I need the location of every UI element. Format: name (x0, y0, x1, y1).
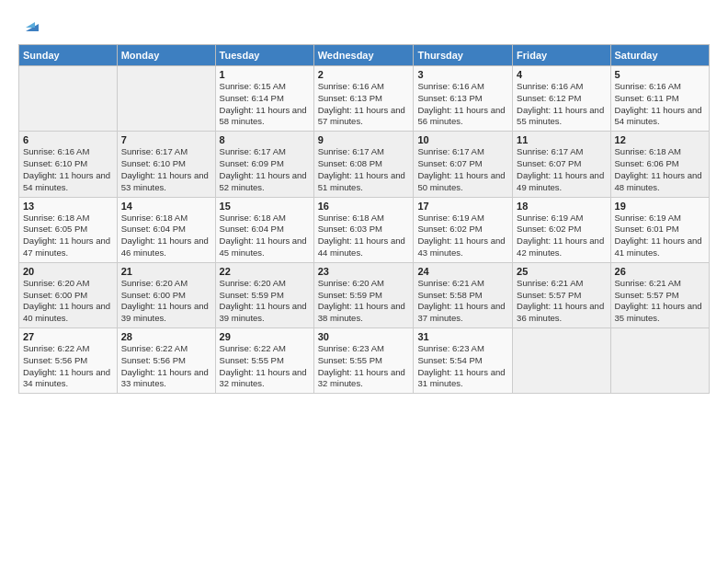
day-number: 2 (318, 69, 410, 80)
weekday-header-wednesday: Wednesday (313, 45, 414, 66)
day-number: 19 (615, 201, 705, 212)
calendar-cell (610, 328, 709, 394)
day-number: 14 (121, 201, 211, 212)
weekday-header-tuesday: Tuesday (215, 45, 313, 66)
day-info: Sunrise: 6:18 AMSunset: 6:04 PMDaylight:… (121, 213, 211, 259)
day-info: Sunrise: 6:22 AMSunset: 5:56 PMDaylight:… (23, 343, 113, 390)
day-info: Sunrise: 6:16 AMSunset: 6:13 PMDaylight:… (417, 81, 508, 128)
day-number: 23 (318, 266, 410, 277)
day-number: 22 (220, 266, 310, 277)
day-info: Sunrise: 6:18 AMSunset: 6:05 PMDaylight:… (23, 213, 113, 259)
logo-icon (22, 15, 42, 35)
day-number: 28 (121, 331, 211, 342)
day-number: 3 (417, 69, 508, 80)
day-number: 11 (517, 134, 606, 145)
calendar-cell: 12Sunrise: 6:18 AMSunset: 6:06 PMDayligh… (610, 132, 709, 197)
calendar-cell: 23Sunrise: 6:20 AMSunset: 5:59 PMDayligh… (313, 262, 414, 327)
day-number: 8 (220, 134, 310, 145)
weekday-header-sunday: Sunday (19, 45, 118, 66)
calendar-cell: 4Sunrise: 6:16 AMSunset: 6:12 PMDaylight… (513, 66, 610, 132)
calendar-cell (117, 66, 215, 132)
calendar: SundayMondayTuesdayWednesdayThursdayFrid… (18, 44, 710, 394)
weekday-header-friday: Friday (513, 45, 610, 66)
week-row-2: 13Sunrise: 6:18 AMSunset: 6:05 PMDayligh… (19, 197, 710, 262)
day-info: Sunrise: 6:17 AMSunset: 6:09 PMDaylight:… (220, 146, 310, 193)
calendar-cell: 22Sunrise: 6:20 AMSunset: 5:59 PMDayligh… (215, 262, 313, 327)
day-number: 10 (417, 134, 508, 145)
calendar-cell: 1Sunrise: 6:15 AMSunset: 6:14 PMDaylight… (215, 66, 313, 132)
calendar-cell: 30Sunrise: 6:23 AMSunset: 5:55 PMDayligh… (313, 328, 414, 394)
calendar-cell: 21Sunrise: 6:20 AMSunset: 6:00 PMDayligh… (117, 262, 215, 327)
calendar-cell: 13Sunrise: 6:18 AMSunset: 6:05 PMDayligh… (19, 197, 118, 262)
calendar-cell: 3Sunrise: 6:16 AMSunset: 6:13 PMDaylight… (414, 66, 513, 132)
day-number: 7 (121, 134, 211, 145)
day-number: 16 (318, 201, 410, 212)
logo (18, 15, 42, 35)
calendar-cell: 10Sunrise: 6:17 AMSunset: 6:07 PMDayligh… (414, 132, 513, 197)
day-number: 1 (220, 69, 310, 80)
day-info: Sunrise: 6:17 AMSunset: 6:10 PMDaylight:… (121, 146, 211, 193)
day-number: 30 (318, 331, 410, 342)
day-number: 29 (220, 331, 310, 342)
week-row-4: 27Sunrise: 6:22 AMSunset: 5:56 PMDayligh… (19, 328, 710, 394)
day-info: Sunrise: 6:20 AMSunset: 5:59 PMDaylight:… (220, 278, 310, 325)
day-number: 31 (417, 331, 508, 342)
calendar-cell: 28Sunrise: 6:22 AMSunset: 5:56 PMDayligh… (117, 328, 215, 394)
calendar-cell: 14Sunrise: 6:18 AMSunset: 6:04 PMDayligh… (117, 197, 215, 262)
weekday-header-row: SundayMondayTuesdayWednesdayThursdayFrid… (19, 45, 710, 66)
day-info: Sunrise: 6:16 AMSunset: 6:10 PMDaylight:… (23, 146, 113, 193)
day-number: 9 (318, 134, 410, 145)
calendar-cell: 31Sunrise: 6:23 AMSunset: 5:54 PMDayligh… (414, 328, 513, 394)
calendar-cell: 5Sunrise: 6:16 AMSunset: 6:11 PMDaylight… (610, 66, 709, 132)
day-info: Sunrise: 6:19 AMSunset: 6:02 PMDaylight:… (517, 213, 606, 259)
calendar-cell: 25Sunrise: 6:21 AMSunset: 5:57 PMDayligh… (513, 262, 610, 327)
calendar-cell: 17Sunrise: 6:19 AMSunset: 6:02 PMDayligh… (414, 197, 513, 262)
weekday-header-thursday: Thursday (414, 45, 513, 66)
calendar-cell: 15Sunrise: 6:18 AMSunset: 6:04 PMDayligh… (215, 197, 313, 262)
day-info: Sunrise: 6:21 AMSunset: 5:58 PMDaylight:… (417, 278, 508, 325)
calendar-cell: 19Sunrise: 6:19 AMSunset: 6:01 PMDayligh… (610, 197, 709, 262)
calendar-cell: 29Sunrise: 6:22 AMSunset: 5:55 PMDayligh… (215, 328, 313, 394)
day-number: 26 (615, 266, 705, 277)
day-info: Sunrise: 6:15 AMSunset: 6:14 PMDaylight:… (220, 81, 310, 128)
calendar-cell: 27Sunrise: 6:22 AMSunset: 5:56 PMDayligh… (19, 328, 118, 394)
day-number: 24 (417, 266, 508, 277)
weekday-header-saturday: Saturday (610, 45, 709, 66)
svg-marker-1 (26, 22, 35, 28)
calendar-cell: 16Sunrise: 6:18 AMSunset: 6:03 PMDayligh… (313, 197, 414, 262)
day-info: Sunrise: 6:21 AMSunset: 5:57 PMDaylight:… (517, 278, 606, 325)
header (18, 15, 710, 35)
calendar-cell (19, 66, 118, 132)
day-info: Sunrise: 6:17 AMSunset: 6:07 PMDaylight:… (417, 146, 508, 193)
day-number: 20 (23, 266, 113, 277)
day-info: Sunrise: 6:16 AMSunset: 6:12 PMDaylight:… (517, 81, 606, 128)
calendar-cell: 11Sunrise: 6:17 AMSunset: 6:07 PMDayligh… (513, 132, 610, 197)
calendar-cell: 24Sunrise: 6:21 AMSunset: 5:58 PMDayligh… (414, 262, 513, 327)
day-number: 13 (23, 201, 113, 212)
day-info: Sunrise: 6:16 AMSunset: 6:13 PMDaylight:… (318, 81, 410, 128)
day-info: Sunrise: 6:19 AMSunset: 6:01 PMDaylight:… (615, 213, 705, 259)
day-info: Sunrise: 6:20 AMSunset: 5:59 PMDaylight:… (318, 278, 410, 325)
day-info: Sunrise: 6:18 AMSunset: 6:06 PMDaylight:… (615, 146, 705, 193)
day-number: 25 (517, 266, 606, 277)
day-number: 18 (517, 201, 606, 212)
day-number: 6 (23, 134, 113, 145)
day-info: Sunrise: 6:17 AMSunset: 6:07 PMDaylight:… (517, 146, 606, 193)
calendar-cell: 18Sunrise: 6:19 AMSunset: 6:02 PMDayligh… (513, 197, 610, 262)
calendar-cell: 9Sunrise: 6:17 AMSunset: 6:08 PMDaylight… (313, 132, 414, 197)
day-info: Sunrise: 6:18 AMSunset: 6:04 PMDaylight:… (220, 213, 310, 259)
day-info: Sunrise: 6:22 AMSunset: 5:55 PMDaylight:… (220, 343, 310, 390)
day-number: 4 (517, 69, 606, 80)
calendar-cell: 7Sunrise: 6:17 AMSunset: 6:10 PMDaylight… (117, 132, 215, 197)
calendar-cell: 6Sunrise: 6:16 AMSunset: 6:10 PMDaylight… (19, 132, 118, 197)
day-number: 17 (417, 201, 508, 212)
week-row-0: 1Sunrise: 6:15 AMSunset: 6:14 PMDaylight… (19, 66, 710, 132)
day-number: 27 (23, 331, 113, 342)
day-info: Sunrise: 6:21 AMSunset: 5:57 PMDaylight:… (615, 278, 705, 325)
day-info: Sunrise: 6:22 AMSunset: 5:56 PMDaylight:… (121, 343, 211, 390)
day-info: Sunrise: 6:20 AMSunset: 6:00 PMDaylight:… (23, 278, 113, 325)
calendar-cell: 2Sunrise: 6:16 AMSunset: 6:13 PMDaylight… (313, 66, 414, 132)
day-info: Sunrise: 6:23 AMSunset: 5:54 PMDaylight:… (417, 343, 508, 390)
day-number: 5 (615, 69, 705, 80)
day-info: Sunrise: 6:17 AMSunset: 6:08 PMDaylight:… (318, 146, 410, 193)
